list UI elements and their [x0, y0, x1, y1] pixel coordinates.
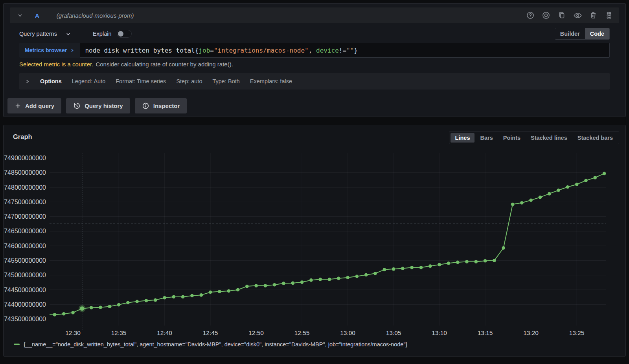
target-icon[interactable]	[541, 11, 551, 20]
add-rate-link[interactable]: Consider calculating rate of counter by …	[96, 61, 233, 68]
explain-control: Explain	[93, 30, 132, 38]
option-type: Type: Both	[212, 78, 239, 84]
query-history-label: Query history	[85, 102, 123, 109]
view-mode-stacked-bars[interactable]: Stacked bars	[573, 133, 618, 143]
history-icon	[73, 102, 81, 110]
view-mode-bars[interactable]: Bars	[475, 133, 497, 143]
view-mode-lines[interactable]: Lines	[451, 133, 475, 143]
svg-text:743500000000: 743500000000	[4, 316, 46, 322]
toggle-knob	[118, 31, 123, 37]
counter-warning: Selected metric is a counter.Consider ca…	[19, 61, 610, 68]
query-history-button[interactable]: Query history	[66, 98, 130, 113]
view-mode-stacked-lines[interactable]: Stacked lines	[526, 133, 572, 143]
svg-text:744000000000: 744000000000	[4, 301, 46, 308]
eye-icon[interactable]	[573, 11, 582, 20]
svg-text:13:20: 13:20	[523, 329, 539, 336]
svg-text:12:40: 12:40	[157, 329, 172, 336]
inspector-label: Inspector	[153, 102, 180, 109]
query-patterns-label: Query patterns	[19, 31, 57, 37]
svg-text:12:45: 12:45	[203, 329, 218, 336]
info-circle-icon	[142, 102, 149, 110]
svg-text:13:25: 13:25	[569, 329, 585, 336]
svg-text:747500000000: 747500000000	[4, 199, 46, 205]
svg-text:745000000000: 745000000000	[4, 272, 46, 278]
svg-text:745500000000: 745500000000	[4, 257, 46, 264]
datasource-name: (grafanacloud-moxious-prom)	[57, 12, 134, 19]
query-actions-row: Add query Query history Inspector	[7, 98, 622, 113]
builder-mode-button[interactable]: Builder	[555, 28, 585, 39]
time-series-chart[interactable]: 7490000000007485000000007480000000007475…	[4, 150, 625, 340]
query-options-row: Query patterns Explain Builder Code	[19, 28, 610, 40]
promql-query-input[interactable]: node_disk_written_bytes_total{job="integ…	[80, 43, 610, 58]
add-query-label: Add query	[25, 102, 54, 109]
inspector-button[interactable]: Inspector	[135, 98, 187, 113]
chevron-down-icon	[66, 31, 71, 37]
series-legend-label[interactable]: {__name__="node_disk_written_bytes_total…	[24, 341, 407, 348]
options-collapse-bar[interactable]: Options Legend: Auto Format: Time series…	[19, 73, 610, 90]
svg-text:12:30: 12:30	[65, 329, 81, 336]
svg-text:13:00: 13:00	[340, 329, 355, 336]
svg-text:12:35: 12:35	[111, 329, 127, 336]
query-patterns-dropdown[interactable]: Query patterns	[19, 31, 71, 37]
graph-panel-title: Graph	[13, 132, 32, 141]
chevron-right-icon	[70, 48, 74, 53]
svg-text:749000000000: 749000000000	[4, 155, 46, 161]
plus-icon	[15, 102, 21, 109]
copy-icon[interactable]	[557, 11, 566, 20]
explain-toggle[interactable]	[117, 30, 132, 38]
grafana-explore-page: A (grafanacloud-moxious-prom)	[0, 0, 629, 360]
series-color-swatch	[14, 344, 20, 345]
option-format: Format: Time series	[116, 78, 166, 84]
graph-panel-header: Graph LinesBarsPointsStacked linesStacke…	[4, 125, 625, 144]
svg-text:746000000000: 746000000000	[4, 243, 46, 249]
chart-legend: {__name__="node_disk_written_bytes_total…	[4, 340, 625, 348]
query-input-row: Metrics browser node_disk_written_bytes_…	[19, 43, 610, 58]
svg-text:748500000000: 748500000000	[4, 169, 46, 176]
chart-svg[interactable]: 7490000000007485000000007480000000007475…	[4, 150, 626, 340]
graph-panel: Graph LinesBarsPointsStacked linesStacke…	[3, 125, 626, 357]
code-mode-button[interactable]: Code	[585, 28, 609, 39]
help-icon[interactable]	[526, 11, 535, 20]
editor-mode-switch: Builder Code	[555, 28, 610, 40]
metrics-browser-label: Metrics browser	[25, 47, 67, 53]
svg-text:12:50: 12:50	[248, 329, 264, 336]
collapse-query-chevron-down-icon[interactable]	[15, 11, 25, 20]
svg-text:12:55: 12:55	[294, 329, 310, 336]
options-label: Options	[40, 78, 62, 84]
query-editor-panel: A (grafanacloud-moxious-prom)	[3, 3, 626, 117]
explain-label: Explain	[93, 31, 112, 37]
option-step: Step: auto	[176, 78, 202, 84]
svg-text:13:05: 13:05	[386, 329, 401, 336]
trash-icon[interactable]	[589, 11, 598, 20]
svg-text:744500000000: 744500000000	[4, 287, 46, 293]
svg-text:746500000000: 746500000000	[4, 228, 46, 234]
svg-text:13:15: 13:15	[478, 329, 493, 336]
metrics-browser-button[interactable]: Metrics browser	[19, 43, 80, 58]
drag-handle-icon[interactable]	[604, 11, 614, 20]
chevron-right-icon	[25, 79, 30, 84]
warning-text: Selected metric is a counter.	[19, 61, 93, 68]
svg-text:13:10: 13:10	[432, 329, 447, 336]
svg-text:747000000000: 747000000000	[4, 213, 46, 220]
add-query-button[interactable]: Add query	[7, 98, 61, 113]
view-mode-points[interactable]: Points	[498, 133, 525, 143]
svg-text:748000000000: 748000000000	[4, 184, 46, 191]
query-ref-id[interactable]: A	[35, 12, 39, 19]
query-row-header: A (grafanacloud-moxious-prom)	[10, 7, 619, 23]
option-legend: Legend: Auto	[72, 78, 105, 84]
promql-query-text: node_disk_written_bytes_total{job="integ…	[85, 47, 358, 54]
view-mode-tabs: LinesBarsPointsStacked linesStacked bars	[449, 132, 619, 144]
option-exemplars: Exemplars: false	[250, 78, 292, 84]
